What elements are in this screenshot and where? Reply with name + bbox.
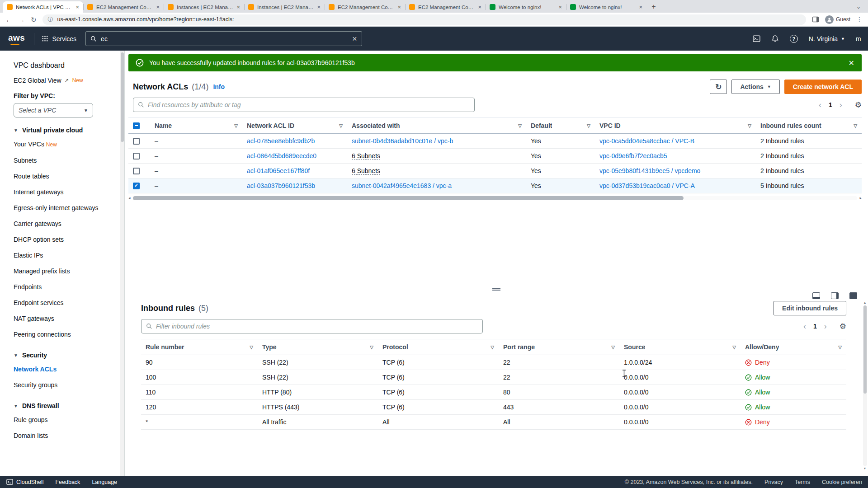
aws-logo[interactable]: aws	[6, 33, 27, 45]
site-info-icon[interactable]: ⓘ	[48, 16, 53, 23]
vpc-id-link[interactable]: vpc-0d9e6fb7f2ec0acb5	[599, 152, 667, 160]
browser-tab[interactable]: EC2 Management Console×	[405, 1, 486, 13]
browser-profile[interactable]: Guest	[825, 15, 850, 24]
chevron-down-icon[interactable]: ⌄	[856, 4, 861, 10]
scrollbar-track[interactable]	[133, 196, 858, 200]
filter-icon[interactable]: ▽	[611, 345, 615, 350]
acl-id-link[interactable]: acl-01af065ee167ff80f	[247, 167, 310, 174]
browser-tab[interactable]: Instances | EC2 Management Cons×	[164, 1, 244, 13]
refresh-button[interactable]: ↻	[710, 80, 727, 94]
scrollbar-thumb[interactable]	[121, 52, 124, 142]
filter-icon[interactable]: ▽	[491, 345, 494, 350]
language-link[interactable]: Language	[92, 479, 117, 485]
filter-icon[interactable]: ▽	[587, 123, 590, 128]
column-header-port-range[interactable]: Port range▽	[499, 339, 619, 355]
close-icon[interactable]: ✕	[849, 59, 854, 67]
panel-position-side-icon[interactable]	[831, 292, 839, 299]
terms-link[interactable]: Terms	[795, 479, 810, 485]
row-checkbox[interactable]	[133, 153, 140, 160]
filter-icon[interactable]: ▽	[854, 123, 857, 128]
side-panel-icon[interactable]	[812, 16, 819, 23]
acl-filter-field[interactable]	[133, 98, 475, 112]
sidebar-item-domain-lists[interactable]: Domain lists	[0, 428, 124, 444]
actions-button[interactable]: Actions▼	[731, 80, 779, 94]
split-panel-drag-handle[interactable]	[490, 286, 503, 291]
table-row[interactable]: – acl-0785ee8ebbfc9db2b subnet-0b4d36ada…	[128, 134, 862, 149]
inbound-filter-input[interactable]	[156, 323, 478, 330]
prev-page-icon[interactable]: ‹	[819, 101, 821, 109]
browser-tab[interactable]: Welcome to nginx!×	[566, 1, 646, 13]
help-icon[interactable]: ?	[790, 35, 798, 43]
tab-close-icon[interactable]: ×	[397, 4, 401, 10]
current-page[interactable]: 1	[829, 101, 832, 108]
filter-icon[interactable]: ▽	[370, 345, 373, 350]
section-virtual-private-cloud[interactable]: ▼Virtual private cloud	[0, 127, 124, 134]
tab-close-icon[interactable]: ×	[478, 4, 481, 10]
tab-close-icon[interactable]: ×	[639, 4, 642, 10]
sidebar-item-egress-only-internet-gateways[interactable]: Egress-only internet gateways	[0, 200, 124, 216]
new-tab-button[interactable]: +	[648, 1, 659, 12]
browser-menu-icon[interactable]: ⋮	[856, 16, 863, 23]
sidebar-item-rule-groups[interactable]: Rule groups	[0, 412, 124, 428]
table-row[interactable]: – acl-0864d5bd689eecde0 6 Subnets Yes vp…	[128, 149, 862, 164]
url-field[interactable]: ⓘ us-east-1.console.aws.amazon.com/vpc/h…	[42, 14, 806, 25]
account-menu[interactable]: m	[856, 35, 862, 42]
prev-page-icon[interactable]: ‹	[803, 322, 806, 330]
filter-icon[interactable]: ▽	[234, 123, 238, 128]
filter-icon[interactable]: ▽	[518, 123, 522, 128]
horizontal-scrollbar[interactable]: ◂ ▸	[128, 195, 862, 201]
sidebar-item-subnets[interactable]: Subnets	[0, 153, 124, 169]
acl-filter-input[interactable]	[148, 101, 470, 108]
scroll-left-icon[interactable]: ◂	[128, 196, 131, 200]
back-icon[interactable]: ←	[5, 16, 12, 23]
rule-row[interactable]: 110 HTTP (80) TCP (6) 80 0.0.0.0/0 Allow	[141, 385, 846, 400]
console-search[interactable]: ✕	[85, 31, 362, 46]
sidebar-item-ec2-global-view[interactable]: EC2 Global View ↗ New	[0, 77, 124, 84]
vpc-id-link[interactable]: vpc-05e9b80f1431b9ee5 / vpcdemo	[599, 167, 700, 174]
column-header-inbound-rules-count[interactable]: Inbound rules count▽	[756, 118, 862, 134]
panel-position-bottom-icon[interactable]	[812, 292, 820, 299]
clear-search-icon[interactable]: ✕	[352, 35, 357, 42]
subnets-popover-link[interactable]: 6 Subnets	[352, 167, 380, 175]
tab-close-icon[interactable]: ×	[558, 4, 562, 10]
sidebar-item-internet-gateways[interactable]: Internet gateways	[0, 184, 124, 200]
forward-icon[interactable]: →	[18, 16, 25, 23]
column-header-network-acl-id[interactable]: Network ACL ID▽	[242, 118, 347, 134]
info-link[interactable]: Info	[213, 83, 225, 90]
sidebar-scrollbar[interactable]	[120, 51, 124, 476]
cloudshell-icon[interactable]	[753, 35, 760, 42]
sidebar-item-elastic-ips[interactable]: Elastic IPs	[0, 248, 124, 263]
column-header-default[interactable]: Default▽	[526, 118, 595, 134]
filter-icon[interactable]: ▽	[838, 345, 842, 350]
scrollbar-thumb[interactable]	[133, 196, 684, 200]
column-header-protocol[interactable]: Protocol▽	[378, 339, 499, 355]
column-header-type[interactable]: Type▽	[258, 339, 378, 355]
next-page-icon[interactable]: ›	[840, 101, 842, 109]
sidebar-item-managed-prefix-lists[interactable]: Managed prefix lists	[0, 263, 124, 279]
browser-tab[interactable]: Welcome to nginx!×	[486, 1, 566, 13]
row-checkbox-checked[interactable]	[133, 183, 140, 189]
column-header-allow-deny[interactable]: Allow/Deny▽	[741, 339, 846, 355]
sidebar-item-network-acls[interactable]: Network ACLs	[0, 361, 124, 377]
table-row[interactable]: – acl-01af065ee167ff80f 6 Subnets Yes vp…	[128, 164, 862, 178]
cookie-preferences-link[interactable]: Cookie preferences	[822, 479, 862, 485]
scroll-right-icon[interactable]: ▸	[859, 196, 862, 200]
rule-row[interactable]: 90 SSH (22) TCP (6) 22 1.0.0.0/24 Deny	[141, 355, 846, 370]
rule-row[interactable]: 120 HTTPS (443) TCP (6) 443 0.0.0.0/0 Al…	[141, 400, 846, 415]
edit-inbound-rules-button[interactable]: Edit inbound rules	[774, 301, 846, 315]
tab-close-icon[interactable]: ×	[75, 4, 79, 10]
browser-tab[interactable]: EC2 Management Console×	[325, 1, 405, 13]
filter-icon[interactable]: ▽	[339, 123, 343, 128]
current-page[interactable]: 1	[813, 323, 817, 330]
privacy-link[interactable]: Privacy	[764, 479, 783, 485]
scrollbar-track[interactable]	[863, 305, 867, 466]
panel-fullscreen-icon[interactable]	[849, 292, 857, 299]
vpc-id-link[interactable]: vpc-0d37d53b19cac0ca0 / VPC-A	[599, 182, 695, 189]
sidebar-item-endpoints[interactable]: Endpoints	[0, 279, 124, 295]
inbound-filter-field[interactable]	[141, 319, 483, 333]
column-header-vpc-id[interactable]: VPC ID▽	[595, 118, 756, 134]
region-selector[interactable]: N. Virginia▼	[809, 35, 845, 42]
filter-icon[interactable]: ▽	[748, 123, 751, 128]
filter-icon[interactable]: ▽	[250, 345, 253, 350]
scrollbar-thumb[interactable]	[863, 305, 867, 394]
